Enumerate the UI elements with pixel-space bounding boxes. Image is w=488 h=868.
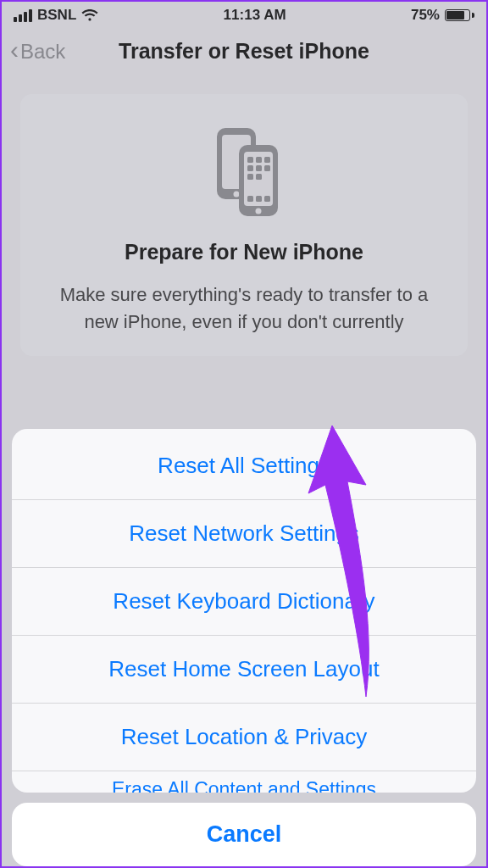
carrier-label: BSNL xyxy=(37,7,76,24)
svg-rect-6 xyxy=(247,157,253,163)
svg-point-2 xyxy=(234,192,240,198)
svg-rect-7 xyxy=(256,157,262,163)
devices-icon xyxy=(42,118,446,220)
nav-bar: ‹ Back Transfer or Reset iPhone xyxy=(2,27,486,79)
svg-rect-14 xyxy=(247,196,253,202)
card-body: Make sure everything's ready to transfer… xyxy=(42,281,446,336)
wifi-icon xyxy=(81,9,98,22)
cancel-button[interactable]: Cancel xyxy=(12,803,476,866)
reset-all-settings-item[interactable]: Reset All Settings xyxy=(12,429,476,499)
svg-rect-13 xyxy=(256,174,262,180)
erase-all-content-item[interactable]: Erase All Content and Settings xyxy=(12,771,476,793)
reset-network-settings-item[interactable]: Reset Network Settings xyxy=(12,499,476,567)
back-button[interactable]: ‹ Back xyxy=(10,40,65,64)
svg-rect-10 xyxy=(256,165,262,171)
svg-rect-12 xyxy=(247,174,253,180)
svg-rect-9 xyxy=(247,165,253,171)
battery-percent: 75% xyxy=(411,7,440,24)
status-bar: BSNL 11:13 AM 75% xyxy=(2,2,486,27)
battery-icon xyxy=(445,9,474,21)
signal-icon xyxy=(14,9,32,22)
svg-rect-11 xyxy=(264,165,270,171)
svg-rect-8 xyxy=(264,157,270,163)
reset-keyboard-dictionary-item[interactable]: Reset Keyboard Dictionary xyxy=(12,567,476,635)
chevron-left-icon: ‹ xyxy=(10,37,19,63)
card-title: Prepare for New iPhone xyxy=(42,240,446,264)
reset-location-privacy-item[interactable]: Reset Location & Privacy xyxy=(12,703,476,771)
svg-point-5 xyxy=(256,209,262,214)
status-right: 75% xyxy=(411,7,474,24)
status-left: BSNL xyxy=(14,7,98,24)
svg-rect-15 xyxy=(256,196,262,202)
back-label: Back xyxy=(20,40,65,64)
screen-frame: BSNL 11:13 AM 75% ‹ Back Transfer or Res… xyxy=(0,0,488,868)
action-sheet: Reset All Settings Reset Network Setting… xyxy=(12,429,476,793)
action-sheet-container: Reset All Settings Reset Network Setting… xyxy=(2,429,486,866)
status-time: 11:13 AM xyxy=(224,7,286,24)
svg-rect-16 xyxy=(264,196,270,202)
reset-home-screen-layout-item[interactable]: Reset Home Screen Layout xyxy=(12,635,476,703)
prepare-card: Prepare for New iPhone Make sure everyth… xyxy=(20,94,468,356)
page-title: Transfer or Reset iPhone xyxy=(119,39,369,64)
